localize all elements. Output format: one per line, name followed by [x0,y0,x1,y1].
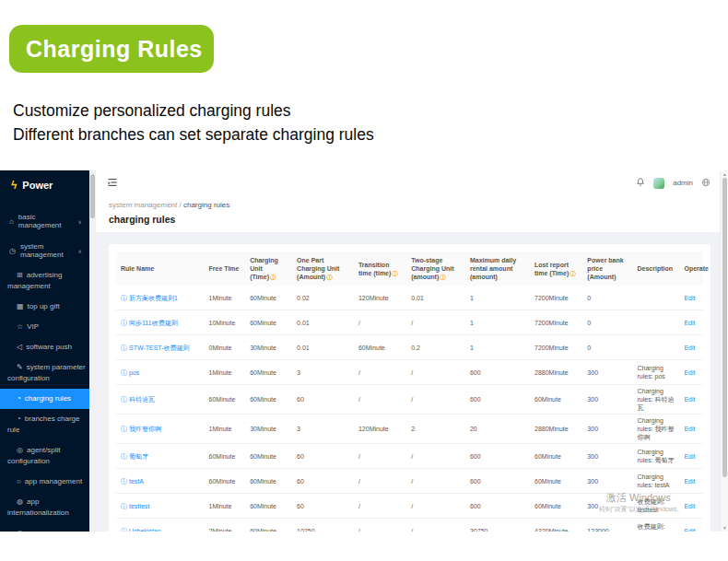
rule-info-icon[interactable]: ⓘ [121,295,127,301]
rule-name-link[interactable]: Uzbekistan [129,528,161,532]
cell-lost-report: 60Minute [530,450,582,462]
sidebar-item-label: agent/split configuration [7,446,60,465]
rule-info-icon[interactable]: ⓘ [121,320,127,326]
rule-info-icon[interactable]: ⓘ [121,453,127,460]
rule-info-icon[interactable]: ⓘ [121,478,127,485]
cell-operate: Edit [679,525,702,532]
sidebar-item-basic-management[interactable]: ⌂basic management∨ [0,206,89,236]
edit-button[interactable]: Edit [684,478,695,485]
cell-max-daily: 1 [465,342,530,354]
cell-free-time: 1Minute [205,500,246,512]
sidebar-item-charging-rules[interactable]: ◔charging rules [0,389,89,409]
rule-info-icon[interactable]: ⓘ [121,426,127,432]
cell-description: Charging rules: pos [633,362,680,382]
info-icon[interactable]: ⓘ [440,274,446,280]
edit-button[interactable]: Edit [684,396,695,403]
info-icon[interactable]: ⓘ [392,270,398,276]
rule-name-link[interactable]: pos [129,369,139,376]
table-row: ⓘSTW-TEST-收费规则0Minute30Minute0.0160Minut… [116,335,703,360]
rule-name-link[interactable]: 葡萄牙 [129,453,148,460]
sidebar-item-label: top up gift [28,302,60,310]
cell-charging-unit: 60Minute [245,475,292,487]
page-header: system management / charging rules charg… [96,195,720,232]
cell-max-daily: 1 [465,292,530,304]
edit-button[interactable]: Edit [684,453,695,460]
edit-button[interactable]: Edit [684,345,695,351]
cell-operate: Edit [679,367,702,379]
intro-text: Customize personalized charging rules Di… [13,99,374,146]
page-title: charging rules [109,214,720,225]
sidebar-item-advertising-management[interactable]: ⊞advertising management [0,265,89,297]
edit-button[interactable]: Edit [684,320,695,326]
column-header-label: Lost report time (Time) [534,262,569,276]
edit-button[interactable]: Edit [684,426,695,432]
sidebar-item-internationalization-of-management[interactable]: ◍Internationalization of management [0,523,89,532]
charging-rules-icon: ◔ [17,393,21,404]
menu-collapse-icon[interactable] [107,177,118,190]
cell-one-part: 0.02 [292,292,354,304]
rule-name-link[interactable]: 我咋整你啊 [129,426,161,432]
sidebar-menu: ⌂basic management∨◷system management∧⊞ad… [0,206,89,532]
cell-one-part: 60 [292,475,354,487]
sidebar-item-system-management[interactable]: ◷system management∧ [0,236,89,265]
cell-two-stage: 2 [406,423,465,435]
cell-power-bank: 300 [582,450,632,462]
table-row: ⓘtestA60Minute60Minute60//60060Minute300… [116,469,703,494]
sidebar-item-agent-split-configuration[interactable]: ◎agent/split configuration [0,440,89,472]
sidebar-scrollbar[interactable] [89,170,96,532]
edit-button[interactable]: Edit [684,369,695,376]
sidebar-item-software-push[interactable]: ◁software push [0,337,89,357]
edit-button[interactable]: Edit [684,528,695,532]
sidebar-item-system-parameter-configuration[interactable]: ✎system parameter configuration [0,357,89,389]
avatar[interactable] [653,178,664,189]
rule-name-link[interactable]: 同步111收费规则 [129,320,178,326]
page-scrollbar[interactable]: ▲ ▼ [720,170,728,532]
cell-lost-report: 7200Minute [530,342,582,354]
sidebar-scrollbar-thumb[interactable] [90,174,95,218]
rule-info-icon[interactable]: ⓘ [121,345,127,351]
rule-info-icon[interactable]: ⓘ [121,528,127,532]
sidebar-item-vip[interactable]: ☆VIP [0,317,89,337]
scroll-down-arrow[interactable]: ▼ [722,525,728,531]
rule-name-link[interactable]: STW-TEST-收费规则 [129,345,190,351]
cell-charging-unit: 30Minute [245,342,292,354]
rule-name-link[interactable]: testA [129,478,144,485]
advertising-icon: ⊞ [17,270,23,281]
column-header-one-part-charging-unit-amount: One Part Charging Unit (Amount)ⓘ [292,256,354,281]
edit-button[interactable]: Edit [684,295,695,301]
info-icon[interactable]: ⓘ [569,270,576,276]
sidebar-item-branches-charge-rule[interactable]: ◔branches charge rule [0,409,89,440]
sidebar-item-app-management[interactable]: ○app management [0,472,89,492]
rule-name-link[interactable]: 新方案收费规则1 [129,295,178,301]
cell-operate: Edit [679,292,702,304]
globe-icon[interactable] [701,178,710,189]
cell-name: ⓘtestA [116,475,205,487]
info-icon[interactable]: ⓘ [326,274,333,280]
cell-description: Charging rules: testA [633,471,680,491]
cell-transition: / [354,317,406,329]
rule-name-link[interactable]: 科特迪瓦 [129,396,155,403]
sidebar-item-top-up-gift[interactable]: ▦top up gift [0,297,89,317]
cell-power-bank: 300 [582,475,632,487]
cell-transition: / [354,475,406,487]
info-icon[interactable]: ⓘ [270,274,276,280]
breadcrumb-charging-rules: charging rules [183,201,229,209]
sidebar-item-app-internationalization[interactable]: ◍app internationalization [0,492,89,523]
cell-one-part: 10250 [292,525,354,532]
cell-charging-unit: 60Minute [245,500,292,512]
cell-name: ⓘSTW-TEST-收费规则 [116,342,205,354]
scroll-up-arrow[interactable]: ▲ [722,171,728,177]
cell-one-part: 3 [292,423,354,435]
rule-info-icon[interactable]: ⓘ [121,503,127,509]
cell-charging-unit: 60Minute [245,367,292,379]
edit-button[interactable]: Edit [684,503,695,509]
rule-name-link[interactable]: testtest [129,503,150,509]
rule-info-icon[interactable]: ⓘ [121,369,127,376]
bell-icon[interactable] [636,177,645,189]
cell-operate: Edit [679,475,702,487]
page-scrollbar-thumb[interactable] [722,178,727,477]
breadcrumb-system-management[interactable]: system management [109,201,177,209]
content-area: Rule NameFree TimeCharging Unit (Time)ⓘO… [96,232,720,532]
rule-info-icon[interactable]: ⓘ [121,396,127,403]
column-header-label: Two-stage Charging Unit (amount) [411,257,453,280]
